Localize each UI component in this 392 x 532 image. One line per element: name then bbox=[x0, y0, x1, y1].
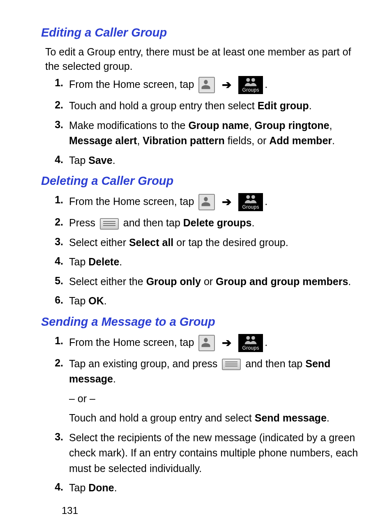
step-text: From the Home screen, tap ➔ Groups . bbox=[69, 334, 367, 352]
text: Tap an existing group, and press bbox=[69, 358, 220, 369]
bold: Group and group members bbox=[216, 276, 348, 287]
bold: Delete bbox=[88, 256, 119, 267]
step-text: From the Home screen, tap ➔ Groups . bbox=[69, 193, 367, 211]
period: . bbox=[113, 373, 116, 385]
bold: Send message bbox=[255, 412, 327, 424]
text: Press bbox=[69, 217, 98, 228]
period: . bbox=[332, 135, 335, 146]
text: Select either bbox=[69, 237, 129, 248]
menu-icon bbox=[100, 218, 119, 230]
step-number: 6. bbox=[41, 293, 69, 307]
step-text: Tap Done. bbox=[69, 480, 367, 496]
step-text: From the Home screen, tap ➔ Groups . bbox=[69, 76, 367, 94]
step-number: 1. bbox=[41, 193, 69, 207]
contacts-icon bbox=[198, 335, 215, 351]
period: . bbox=[309, 100, 312, 111]
period: . bbox=[113, 154, 115, 166]
svg-point-4 bbox=[246, 336, 250, 340]
period: . bbox=[348, 276, 351, 287]
step-text: Make modifications to the Group name, Gr… bbox=[69, 118, 367, 149]
bold: Group name bbox=[188, 120, 249, 131]
groups-icon: Groups bbox=[238, 193, 263, 211]
edit-step-1: 1. From the Home screen, tap ➔ Groups . bbox=[41, 76, 367, 94]
step-text: Select the recipients of the new message… bbox=[69, 430, 367, 477]
delete-step-2: 2. Press and then tap Delete groups. bbox=[41, 215, 367, 231]
step-number: 2. bbox=[41, 215, 69, 229]
bold: Select all bbox=[129, 237, 173, 248]
bold: Add member bbox=[269, 135, 332, 146]
period: . bbox=[327, 412, 330, 424]
bold: Group only bbox=[146, 276, 201, 287]
contacts-icon bbox=[198, 194, 215, 210]
send-steps: 1. From the Home screen, tap ➔ Groups . … bbox=[41, 334, 367, 496]
text: Select either the bbox=[69, 276, 146, 287]
heading-deleting: Deleting a Caller Group bbox=[41, 173, 367, 189]
edit-steps: 1. From the Home screen, tap ➔ Groups . … bbox=[41, 76, 367, 168]
step-number: 1. bbox=[41, 334, 69, 348]
bold: Message alert bbox=[69, 135, 137, 146]
bold: Group ringtone bbox=[255, 120, 330, 131]
delete-step-6: 6. Tap OK. bbox=[41, 293, 367, 309]
step-number: 2. bbox=[41, 98, 69, 112]
groups-icon: Groups bbox=[238, 76, 263, 94]
text: or bbox=[201, 276, 216, 287]
edit-step-4: 4. Tap Save. bbox=[41, 153, 367, 168]
bold: Delete groups bbox=[183, 217, 252, 228]
step-text: Select either the Group only or Group an… bbox=[69, 274, 367, 290]
bold: OK bbox=[88, 295, 104, 306]
period: . bbox=[265, 196, 267, 207]
text: Tap bbox=[69, 295, 88, 306]
text: , bbox=[330, 120, 332, 131]
text: From the Home screen, tap bbox=[69, 336, 197, 348]
step-text: Press and then tap Delete groups. bbox=[69, 215, 367, 231]
step-text: Tap Delete. bbox=[69, 254, 367, 270]
period: . bbox=[265, 78, 267, 90]
bold: Done bbox=[88, 482, 114, 493]
step-number: 3. bbox=[41, 118, 69, 132]
text: Tap bbox=[69, 154, 88, 166]
manual-page: Editing a Caller Group To edit a Group e… bbox=[0, 0, 392, 532]
step-text: Touch and hold a group entry then select… bbox=[69, 98, 367, 114]
alt-text: Touch and hold a group entry and select … bbox=[69, 410, 367, 426]
menu-icon bbox=[222, 359, 241, 370]
period: . bbox=[119, 256, 122, 267]
text: Tap bbox=[69, 256, 88, 267]
edit-step-3: 3. Make modifications to the Group name,… bbox=[41, 118, 367, 149]
text: From the Home screen, tap bbox=[69, 78, 197, 90]
text: fields, or bbox=[225, 135, 269, 146]
text: or tap the desired group. bbox=[173, 237, 288, 248]
delete-step-3: 3. Select either Select all or tap the d… bbox=[41, 235, 367, 251]
send-step-2: 2. Tap an existing group, and press and … bbox=[41, 356, 367, 426]
text: , bbox=[137, 135, 143, 146]
step-number: 5. bbox=[41, 274, 69, 288]
step-number: 1. bbox=[41, 76, 69, 90]
svg-point-5 bbox=[251, 336, 255, 340]
arrow-icon: ➔ bbox=[222, 193, 231, 211]
svg-point-0 bbox=[246, 78, 250, 82]
heading-editing: Editing a Caller Group bbox=[41, 25, 367, 41]
arrow-icon: ➔ bbox=[222, 334, 231, 352]
step-text: Tap an existing group, and press and the… bbox=[69, 356, 367, 426]
step-text: Select either Select all or tap the desi… bbox=[69, 235, 367, 251]
step-text: Tap Save. bbox=[69, 153, 367, 168]
bold: Edit group bbox=[258, 100, 309, 111]
period: . bbox=[251, 217, 254, 228]
bold: Vibration pattern bbox=[143, 135, 225, 146]
text: Make modifications to the bbox=[69, 120, 188, 131]
text: , bbox=[249, 120, 255, 131]
period: . bbox=[114, 482, 117, 493]
svg-point-3 bbox=[251, 195, 255, 199]
period: . bbox=[265, 336, 267, 348]
groups-icon: Groups bbox=[238, 334, 263, 352]
delete-step-1: 1. From the Home screen, tap ➔ Groups . bbox=[41, 193, 367, 211]
step-number: 4. bbox=[41, 153, 69, 167]
page-number: 131 bbox=[62, 504, 367, 517]
step-number: 4. bbox=[41, 480, 69, 494]
svg-point-2 bbox=[246, 195, 250, 199]
heading-sending: Sending a Message to a Group bbox=[41, 314, 367, 330]
groups-label: Groups bbox=[238, 203, 263, 211]
step-text: Tap OK. bbox=[69, 293, 367, 309]
step-number: 3. bbox=[41, 430, 69, 444]
delete-steps: 1. From the Home screen, tap ➔ Groups . … bbox=[41, 193, 367, 309]
send-step-1: 1. From the Home screen, tap ➔ Groups . bbox=[41, 334, 367, 352]
